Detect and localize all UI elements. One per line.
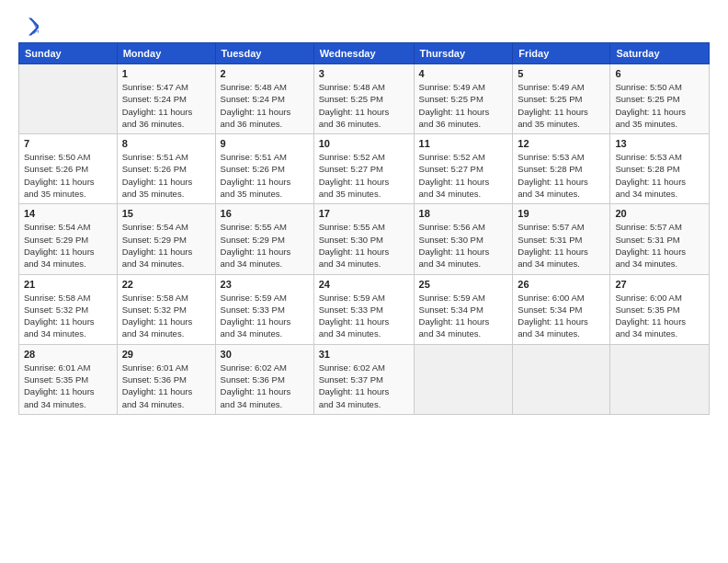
col-header-thursday: Thursday (414, 43, 513, 64)
day-info: Sunrise: 5:48 AM Sunset: 5:24 PM Dayligh… (221, 81, 309, 130)
day-number: 1 (122, 68, 210, 79)
day-info: Sunrise: 5:58 AM Sunset: 5:32 PM Dayligh… (24, 292, 112, 340)
day-info: Sunrise: 5:49 AM Sunset: 5:25 PM Dayligh… (518, 81, 605, 130)
day-cell: 1Sunrise: 5:47 AM Sunset: 5:24 PM Daylig… (117, 64, 215, 134)
day-number: 11 (419, 138, 508, 149)
day-cell: 24Sunrise: 5:59 AM Sunset: 5:33 PM Dayli… (313, 274, 414, 344)
day-cell (513, 344, 610, 414)
day-info: Sunrise: 5:52 AM Sunset: 5:27 PM Dayligh… (319, 151, 409, 200)
day-cell: 11Sunrise: 5:52 AM Sunset: 5:27 PM Dayli… (414, 134, 513, 204)
col-header-sunday: Sunday (19, 43, 118, 64)
day-info: Sunrise: 5:53 AM Sunset: 5:28 PM Dayligh… (518, 151, 605, 200)
day-info: Sunrise: 5:59 AM Sunset: 5:34 PM Dayligh… (419, 292, 508, 340)
day-info: Sunrise: 5:47 AM Sunset: 5:24 PM Dayligh… (122, 81, 210, 130)
day-info: Sunrise: 6:01 AM Sunset: 5:36 PM Dayligh… (122, 362, 210, 410)
day-cell: 7Sunrise: 5:50 AM Sunset: 5:26 PM Daylig… (19, 134, 118, 204)
day-cell: 27Sunrise: 6:00 AM Sunset: 5:35 PM Dayli… (610, 274, 710, 344)
day-cell (610, 344, 710, 414)
day-cell: 8Sunrise: 5:51 AM Sunset: 5:26 PM Daylig… (117, 134, 215, 204)
day-number: 7 (24, 138, 112, 149)
day-number: 8 (122, 138, 210, 149)
day-info: Sunrise: 5:54 AM Sunset: 5:29 PM Dayligh… (122, 221, 210, 270)
day-info: Sunrise: 5:56 AM Sunset: 5:30 PM Dayligh… (419, 221, 508, 270)
day-info: Sunrise: 5:55 AM Sunset: 5:30 PM Dayligh… (319, 221, 409, 270)
week-row-5: 28Sunrise: 6:01 AM Sunset: 5:35 PM Dayli… (19, 344, 710, 414)
calendar-header: SundayMondayTuesdayWednesdayThursdayFrid… (19, 43, 710, 64)
col-header-wednesday: Wednesday (313, 43, 414, 64)
day-info: Sunrise: 5:57 AM Sunset: 5:31 PM Dayligh… (615, 221, 704, 270)
day-info: Sunrise: 5:52 AM Sunset: 5:27 PM Dayligh… (419, 151, 508, 200)
day-info: Sunrise: 5:58 AM Sunset: 5:32 PM Dayligh… (122, 292, 210, 340)
day-cell: 18Sunrise: 5:56 AM Sunset: 5:30 PM Dayli… (414, 204, 513, 274)
col-header-tuesday: Tuesday (215, 43, 313, 64)
col-header-friday: Friday (513, 43, 610, 64)
day-number: 31 (319, 349, 409, 360)
day-number: 20 (615, 208, 704, 219)
day-cell: 14Sunrise: 5:54 AM Sunset: 5:29 PM Dayli… (19, 204, 118, 274)
day-info: Sunrise: 6:02 AM Sunset: 5:36 PM Dayligh… (221, 362, 309, 410)
day-info: Sunrise: 6:02 AM Sunset: 5:37 PM Dayligh… (319, 362, 409, 410)
day-number: 6 (615, 68, 704, 79)
day-number: 17 (319, 208, 409, 219)
col-header-saturday: Saturday (610, 43, 710, 64)
day-info: Sunrise: 5:59 AM Sunset: 5:33 PM Dayligh… (319, 292, 409, 340)
day-info: Sunrise: 5:49 AM Sunset: 5:25 PM Dayligh… (419, 81, 508, 130)
day-cell: 30Sunrise: 6:02 AM Sunset: 5:36 PM Dayli… (215, 344, 313, 414)
day-number: 30 (221, 349, 309, 360)
col-header-monday: Monday (117, 43, 215, 64)
day-number: 21 (24, 279, 112, 290)
day-info: Sunrise: 5:50 AM Sunset: 5:26 PM Dayligh… (24, 151, 112, 200)
day-cell: 16Sunrise: 5:55 AM Sunset: 5:29 PM Dayli… (215, 204, 313, 274)
day-cell (414, 344, 513, 414)
day-info: Sunrise: 5:51 AM Sunset: 5:26 PM Dayligh… (221, 151, 309, 200)
page: SundayMondayTuesdayWednesdayThursdayFrid… (0, 0, 728, 563)
day-number: 27 (615, 279, 704, 290)
day-number: 25 (419, 279, 508, 290)
day-info: Sunrise: 5:55 AM Sunset: 5:29 PM Dayligh… (221, 221, 309, 270)
day-cell: 26Sunrise: 6:00 AM Sunset: 5:34 PM Dayli… (513, 274, 610, 344)
calendar-body: 1Sunrise: 5:47 AM Sunset: 5:24 PM Daylig… (19, 64, 710, 415)
day-number: 28 (24, 349, 112, 360)
day-number: 16 (221, 208, 309, 219)
header (18, 17, 710, 37)
day-cell: 5Sunrise: 5:49 AM Sunset: 5:25 PM Daylig… (513, 64, 610, 134)
day-cell: 17Sunrise: 5:55 AM Sunset: 5:30 PM Dayli… (313, 204, 414, 274)
day-cell: 6Sunrise: 5:50 AM Sunset: 5:25 PM Daylig… (610, 64, 710, 134)
day-cell: 29Sunrise: 6:01 AM Sunset: 5:36 PM Dayli… (117, 344, 215, 414)
day-cell: 21Sunrise: 5:58 AM Sunset: 5:32 PM Dayli… (19, 274, 118, 344)
week-row-2: 7Sunrise: 5:50 AM Sunset: 5:26 PM Daylig… (19, 134, 710, 204)
day-info: Sunrise: 5:51 AM Sunset: 5:26 PM Dayligh… (122, 151, 210, 200)
day-number: 12 (518, 138, 605, 149)
calendar-table: SundayMondayTuesdayWednesdayThursdayFrid… (18, 42, 710, 415)
day-number: 14 (24, 208, 112, 219)
day-info: Sunrise: 6:01 AM Sunset: 5:35 PM Dayligh… (24, 362, 112, 410)
day-number: 4 (419, 68, 508, 79)
day-number: 2 (221, 68, 309, 79)
day-cell: 28Sunrise: 6:01 AM Sunset: 5:35 PM Dayli… (19, 344, 118, 414)
day-cell: 25Sunrise: 5:59 AM Sunset: 5:34 PM Dayli… (414, 274, 513, 344)
day-cell: 2Sunrise: 5:48 AM Sunset: 5:24 PM Daylig… (215, 64, 313, 134)
day-number: 10 (319, 138, 409, 149)
logo-icon (18, 17, 39, 37)
day-cell: 13Sunrise: 5:53 AM Sunset: 5:28 PM Dayli… (610, 134, 710, 204)
day-info: Sunrise: 5:48 AM Sunset: 5:25 PM Dayligh… (319, 81, 409, 130)
day-info: Sunrise: 6:00 AM Sunset: 5:34 PM Dayligh… (518, 292, 605, 340)
day-number: 3 (319, 68, 409, 79)
day-cell: 9Sunrise: 5:51 AM Sunset: 5:26 PM Daylig… (215, 134, 313, 204)
week-row-1: 1Sunrise: 5:47 AM Sunset: 5:24 PM Daylig… (19, 64, 710, 134)
day-cell: 22Sunrise: 5:58 AM Sunset: 5:32 PM Dayli… (117, 274, 215, 344)
day-cell: 23Sunrise: 5:59 AM Sunset: 5:33 PM Dayli… (215, 274, 313, 344)
week-row-4: 21Sunrise: 5:58 AM Sunset: 5:32 PM Dayli… (19, 274, 710, 344)
day-info: Sunrise: 5:54 AM Sunset: 5:29 PM Dayligh… (24, 221, 112, 270)
day-info: Sunrise: 5:59 AM Sunset: 5:33 PM Dayligh… (221, 292, 309, 340)
day-number: 13 (615, 138, 704, 149)
day-cell: 31Sunrise: 6:02 AM Sunset: 5:37 PM Dayli… (313, 344, 414, 414)
day-cell: 12Sunrise: 5:53 AM Sunset: 5:28 PM Dayli… (513, 134, 610, 204)
day-info: Sunrise: 6:00 AM Sunset: 5:35 PM Dayligh… (615, 292, 704, 340)
logo (18, 17, 42, 37)
day-cell: 20Sunrise: 5:57 AM Sunset: 5:31 PM Dayli… (610, 204, 710, 274)
day-cell: 3Sunrise: 5:48 AM Sunset: 5:25 PM Daylig… (313, 64, 414, 134)
day-number: 5 (518, 68, 605, 79)
header-row: SundayMondayTuesdayWednesdayThursdayFrid… (19, 43, 710, 64)
day-cell: 4Sunrise: 5:49 AM Sunset: 5:25 PM Daylig… (414, 64, 513, 134)
